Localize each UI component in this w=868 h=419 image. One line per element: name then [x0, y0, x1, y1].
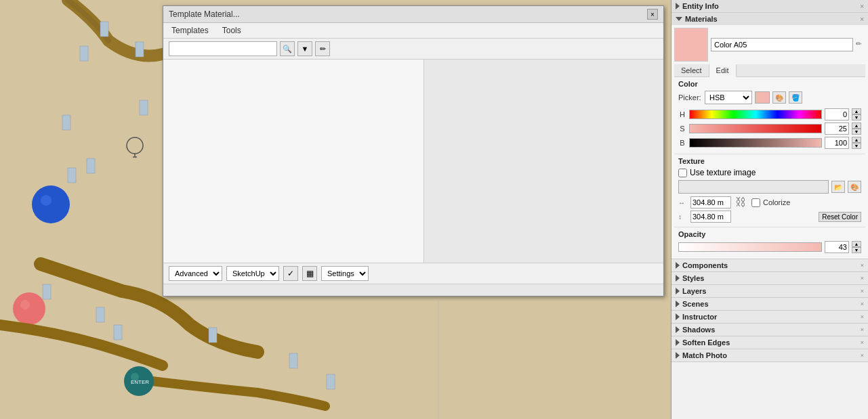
svg-rect-11: [68, 168, 76, 183]
b-value-input[interactable]: [825, 137, 849, 149]
sketchup-select[interactable]: SketchUp: [226, 266, 279, 281]
h-spin-down[interactable]: ▼: [852, 114, 861, 120]
materials-content: ✏ Select Edit Color Picker: HSB 🎨 🪣: [671, 25, 868, 259]
components-section[interactable]: Components ×: [671, 259, 868, 272]
entity-info-header[interactable]: Entity Info ×: [671, 0, 868, 12]
chain-link: ⛓: [735, 197, 746, 208]
shadows-triangle: [676, 326, 680, 333]
svg-rect-12: [87, 158, 95, 173]
dialog-footer: Advanced SketchUp ✓ ▦ Settings: [163, 263, 663, 284]
advanced-select[interactable]: Advanced: [169, 266, 222, 281]
soften-edges-close[interactable]: ×: [861, 339, 864, 346]
tab-edit[interactable]: Edit: [709, 64, 737, 77]
shadows-close[interactable]: ×: [861, 326, 864, 333]
tab-select[interactable]: Select: [674, 64, 709, 76]
match-photo-left: Match Photo: [676, 351, 727, 359]
svg-point-1: [32, 185, 70, 223]
s-spin-down[interactable]: ▼: [852, 129, 861, 135]
b-slider[interactable]: [689, 138, 822, 148]
dialog-body: [163, 60, 663, 263]
shadows-section[interactable]: Shadows ×: [671, 324, 868, 336]
edit-tool-button[interactable]: ✏: [315, 41, 330, 56]
styles-close[interactable]: ×: [861, 275, 864, 282]
b-label: B: [678, 139, 686, 147]
texture-height-row: ↕ Reset Color: [678, 211, 861, 223]
check-button[interactable]: ✓: [283, 266, 298, 281]
menu-templates[interactable]: Templates: [169, 24, 211, 37]
texture-browse-btn[interactable]: 📂: [831, 181, 845, 193]
colorize-checkbox[interactable]: [751, 198, 760, 207]
svg-rect-9: [80, 46, 88, 61]
texture-height-input[interactable]: [690, 211, 731, 223]
opacity-spin-up[interactable]: ▲: [852, 241, 861, 247]
opacity-slider[interactable]: [678, 242, 822, 252]
color-swatch-small[interactable]: [755, 91, 770, 104]
svg-point-3: [13, 292, 45, 325]
sample-color-btn[interactable]: 🎨: [772, 91, 786, 104]
opacity-value-input[interactable]: [825, 241, 849, 253]
materials-header[interactable]: Materials ×: [671, 13, 868, 25]
grid-button[interactable]: ▦: [302, 266, 317, 281]
search-input[interactable]: [169, 41, 277, 56]
material-edit-icon[interactable]: ✏: [856, 40, 865, 49]
h-label: H: [678, 110, 686, 118]
h-slider[interactable]: [689, 110, 822, 119]
texture-width-row: ↔ ⛓ Colorize: [678, 196, 861, 208]
picker-select[interactable]: HSB: [705, 91, 752, 104]
svg-rect-10: [136, 42, 144, 57]
right-panel: Entity Info × Materials × ✏ Select Edit: [671, 0, 868, 419]
dialog-toolbar: 🔍 ▼ ✏: [163, 39, 663, 60]
paint-bucket-btn[interactable]: 🪣: [789, 91, 802, 104]
settings-select[interactable]: Settings: [321, 266, 369, 281]
dialog-title: Template Material...: [169, 9, 240, 19]
entity-info-close[interactable]: ×: [860, 3, 864, 10]
match-photo-close[interactable]: ×: [861, 352, 864, 359]
b-spin-up[interactable]: ▲: [852, 137, 861, 143]
match-photo-triangle: [676, 352, 680, 359]
instructor-close[interactable]: ×: [861, 313, 864, 320]
layers-close[interactable]: ×: [861, 288, 864, 294]
soften-edges-section[interactable]: Soften Edges ×: [671, 336, 868, 349]
components-close[interactable]: ×: [861, 262, 864, 269]
scenes-section[interactable]: Scenes ×: [671, 298, 868, 311]
materials-title: Materials: [685, 15, 718, 23]
b-spin-down[interactable]: ▼: [852, 143, 861, 149]
styles-section[interactable]: Styles ×: [671, 272, 868, 285]
texture-sample-btn[interactable]: 🎨: [848, 181, 861, 193]
s-spin-up[interactable]: ▲: [852, 123, 861, 129]
components-left: Components: [676, 261, 728, 269]
texture-label: Texture: [678, 157, 861, 165]
s-value-input[interactable]: [825, 123, 849, 135]
soften-edges-left: Soften Edges: [676, 338, 730, 347]
dropdown-button[interactable]: ▼: [297, 41, 312, 56]
opacity-spin-down[interactable]: ▼: [852, 247, 861, 253]
picker-label: Picker:: [678, 93, 702, 102]
h-value-input[interactable]: [825, 108, 849, 120]
svg-text:ENTER: ENTER: [131, 379, 149, 385]
opacity-spinner: ▲ ▼: [852, 241, 861, 253]
opacity-gradient: [679, 243, 821, 251]
scenes-close[interactable]: ×: [861, 301, 864, 307]
menu-tools[interactable]: Tools: [220, 24, 244, 37]
canvas-area: ENTER Template Material... × Templates T…: [0, 0, 671, 419]
styles-title: Styles: [682, 274, 704, 282]
reset-color-button[interactable]: Reset Color: [819, 212, 861, 222]
material-name-input[interactable]: [711, 38, 853, 51]
search-button[interactable]: 🔍: [280, 41, 295, 56]
layers-section[interactable]: Layers ×: [671, 285, 868, 298]
instructor-section[interactable]: Instructor ×: [671, 311, 868, 324]
materials-close[interactable]: ×: [860, 16, 864, 23]
color-section: Color Picker: HSB 🎨 🪣 H: [674, 77, 865, 154]
texture-section: Texture Use texture image 📂 🎨 ↔ ⛓: [674, 154, 865, 227]
texture-width-input[interactable]: [690, 196, 731, 208]
height-icon: ↕: [678, 213, 688, 221]
h-spin-up[interactable]: ▲: [852, 108, 861, 114]
dialog-close-button[interactable]: ×: [647, 9, 658, 20]
s-slider[interactable]: [689, 124, 822, 133]
chain-icon[interactable]: ⛓: [735, 197, 746, 208]
match-photo-section[interactable]: Match Photo ×: [671, 349, 868, 362]
instructor-title: Instructor: [682, 313, 717, 321]
use-texture-checkbox[interactable]: [678, 169, 687, 177]
opacity-row: ▲ ▼: [678, 241, 861, 253]
texture-file-input[interactable]: [678, 180, 829, 194]
